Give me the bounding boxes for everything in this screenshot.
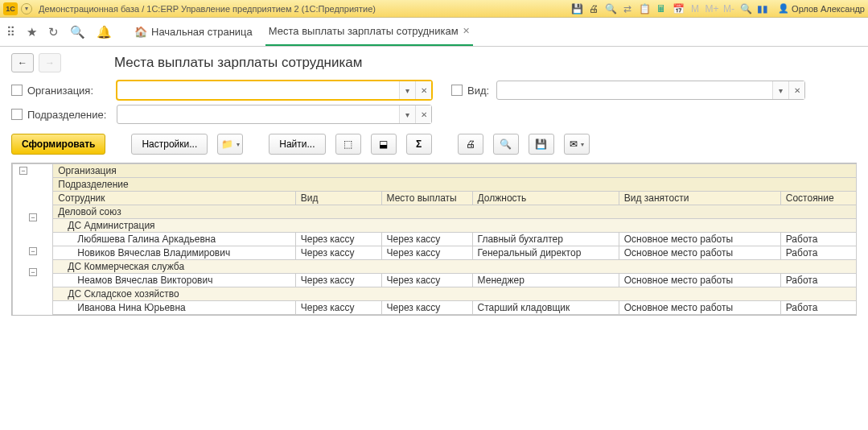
- app-logo: 1C: [3, 2, 18, 15]
- calendar-icon[interactable]: 📅: [672, 2, 685, 15]
- org-dropdown-button[interactable]: ▾: [399, 81, 415, 99]
- panels-icon[interactable]: ▮▮: [756, 2, 769, 15]
- cell-et: Основное место работы: [619, 274, 780, 287]
- cell-place: Через кассу: [381, 233, 472, 246]
- cell-place: Через кассу: [381, 301, 472, 315]
- tree-expand-root[interactable]: −: [19, 167, 27, 175]
- header-vid: Вид: [295, 192, 381, 205]
- tree-expand-g1b[interactable]: −: [29, 247, 37, 255]
- vid-label: Вид:: [467, 85, 492, 97]
- nav-forward-button[interactable]: →: [39, 53, 61, 72]
- page-title: Места выплаты зарплаты сотрудникам: [114, 55, 362, 71]
- window-title: Демонстрационная база / 1С:ERP Управлени…: [39, 4, 570, 14]
- header-emptype: Вид занятости: [619, 192, 780, 205]
- cell-vid: Через кассу: [295, 274, 381, 287]
- cell-vid: Через кассу: [295, 233, 381, 246]
- table-row[interactable]: Новиков Вячеслав Владимирович Через касс…: [13, 246, 857, 260]
- calculator-icon[interactable]: 🖩: [655, 2, 668, 15]
- org-checkbox[interactable]: [11, 85, 23, 96]
- org-input-wrap: ▾ ✕: [117, 81, 432, 100]
- history-icon[interactable]: ↻: [48, 25, 59, 39]
- header-state: Состояние: [780, 192, 856, 205]
- sub-label: Подразделение:: [27, 109, 112, 121]
- header-emp: Сотрудник: [53, 192, 296, 205]
- org-input[interactable]: [117, 81, 399, 99]
- find-button[interactable]: Найти...: [269, 134, 325, 155]
- vid-dropdown-button[interactable]: ▾: [772, 81, 788, 99]
- print-icon[interactable]: 🖨: [587, 2, 600, 15]
- sum-button[interactable]: Σ: [406, 134, 432, 155]
- group-sub[interactable]: ДС Коммерческая служба: [53, 260, 857, 274]
- vid-checkbox[interactable]: [451, 85, 463, 96]
- notifications-icon[interactable]: 🔔: [97, 25, 112, 39]
- cell-st: Работа: [780, 301, 856, 315]
- cell-st: Работа: [780, 274, 856, 287]
- user-name: Орлов Александр: [792, 4, 865, 14]
- clipboard-icon[interactable]: 📋: [638, 2, 651, 15]
- preview-button[interactable]: 🔍: [493, 134, 519, 155]
- main-toolbar: ⠿ ★ ↻ 🔍 🔔 🏠 Начальная страница Места вып…: [0, 18, 868, 47]
- cell-et: Основное место работы: [619, 301, 780, 315]
- org-clear-button[interactable]: ✕: [415, 81, 431, 99]
- sub-input-wrap: ▾ ✕: [117, 105, 432, 124]
- tab-salary-places[interactable]: Места выплаты зарплаты сотрудникам ✕: [265, 18, 473, 46]
- vid-input-wrap: ▾ ✕: [496, 81, 805, 100]
- cell-pos: Генеральный директор: [472, 246, 619, 260]
- collapse-all-button[interactable]: ⬓: [371, 134, 397, 155]
- compare-icon[interactable]: ⇄: [621, 2, 634, 15]
- table-row[interactable]: Иванова Нина Юрьевна Через кассу Через к…: [13, 301, 857, 315]
- sub-checkbox[interactable]: [11, 109, 23, 120]
- cell-place: Через кассу: [381, 274, 472, 287]
- header-sub: Подразделение: [53, 178, 857, 192]
- cell-vid: Через кассу: [295, 246, 381, 260]
- settings-button[interactable]: Настройки...: [131, 134, 208, 155]
- cell-pos: Менеджер: [472, 274, 619, 287]
- report-grid: − − − − Организация Подразделение Сотруд…: [11, 163, 857, 316]
- cell-vid: Через кассу: [295, 301, 381, 315]
- preview-icon[interactable]: 🔍: [604, 2, 617, 15]
- print-button[interactable]: 🖨: [458, 134, 483, 155]
- close-icon[interactable]: ✕: [463, 26, 470, 36]
- save-icon[interactable]: 💾: [570, 2, 583, 15]
- save-report-button[interactable]: 💾: [529, 134, 554, 155]
- search-icon[interactable]: 🔍: [70, 25, 85, 39]
- cell-emp: Новиков Вячеслав Владимирович: [53, 246, 296, 260]
- user-label[interactable]: 👤 Орлов Александр: [778, 3, 865, 14]
- group-org[interactable]: Деловой союз: [53, 205, 857, 219]
- group-sub[interactable]: ДС Складское хозяйство: [53, 287, 857, 301]
- cell-place: Через кассу: [381, 246, 472, 260]
- m-minus-button[interactable]: M-: [722, 2, 735, 15]
- sub-dropdown-button[interactable]: ▾: [399, 105, 415, 123]
- cell-emp: Иванова Нина Юрьевна: [53, 301, 296, 315]
- favorite-icon[interactable]: ★: [27, 25, 37, 39]
- header-place: Место выплаты: [381, 192, 472, 205]
- table-row[interactable]: Неамов Вячеслав Викторович Через кассу Ч…: [13, 274, 857, 287]
- zoom-icon[interactable]: 🔍: [739, 2, 752, 15]
- group-sub[interactable]: ДС Администрация: [53, 219, 857, 233]
- tab-salary-places-label: Места выплаты зарплаты сотрудникам: [269, 25, 459, 37]
- tree-expand-g1c[interactable]: −: [29, 268, 37, 276]
- cell-st: Работа: [780, 233, 856, 246]
- form-button[interactable]: Сформировать: [11, 134, 105, 155]
- app-menu-dropdown[interactable]: ▾: [21, 3, 32, 14]
- send-button[interactable]: ✉▾: [564, 134, 590, 155]
- table-row[interactable]: Любяшева Галина Аркадьевна Через кассу Ч…: [13, 233, 857, 246]
- sub-input[interactable]: [117, 105, 399, 123]
- expand-all-button[interactable]: ⬚: [335, 134, 361, 155]
- tab-home-label: Начальная страница: [151, 26, 253, 38]
- apps-icon[interactable]: ⠿: [6, 25, 15, 39]
- titlebar: 1C ▾ Демонстрационная база / 1С:ERP Упра…: [0, 0, 868, 18]
- vid-clear-button[interactable]: ✕: [788, 81, 804, 99]
- vid-input[interactable]: [497, 81, 772, 99]
- m-recall-button[interactable]: M: [689, 2, 701, 15]
- variants-button[interactable]: 📁▾: [217, 134, 243, 155]
- tree-expand-g1a[interactable]: −: [29, 213, 37, 221]
- org-label: Организация:: [27, 85, 112, 97]
- user-icon: 👤: [778, 3, 789, 14]
- home-icon: 🏠: [134, 26, 147, 38]
- m-plus-button[interactable]: M+: [706, 2, 718, 15]
- tab-home[interactable]: 🏠 Начальная страница: [131, 18, 256, 46]
- header-position: Должность: [472, 192, 619, 205]
- nav-back-button[interactable]: ←: [11, 53, 34, 72]
- sub-clear-button[interactable]: ✕: [415, 105, 431, 123]
